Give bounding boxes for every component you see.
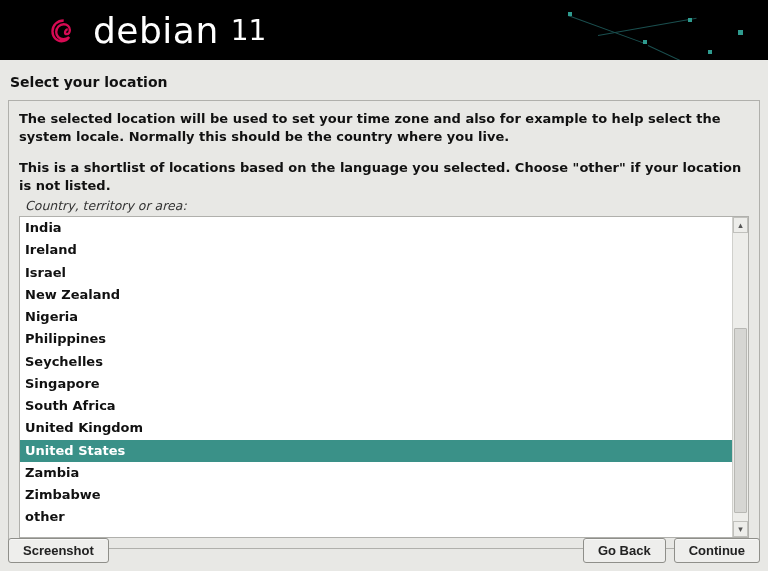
footer: Screenshot Go Back Continue	[8, 538, 760, 563]
debian-logo-icon	[45, 13, 79, 47]
scroll-track[interactable]	[733, 233, 748, 521]
field-label: Country, territory or area:	[25, 198, 749, 213]
location-item[interactable]: New Zealand	[20, 284, 732, 306]
scroll-thumb[interactable]	[734, 328, 747, 512]
location-item[interactable]: Zambia	[20, 462, 732, 484]
location-item[interactable]: Ireland	[20, 239, 732, 261]
location-item[interactable]: other	[20, 506, 732, 528]
scrollbar[interactable]: ▴ ▾	[732, 217, 748, 537]
location-item[interactable]: United States	[20, 440, 732, 462]
go-back-button[interactable]: Go Back	[583, 538, 666, 563]
content-frame: The selected location will be used to se…	[8, 100, 760, 549]
page-title: Select your location	[0, 60, 768, 100]
location-item[interactable]: India	[20, 217, 732, 239]
location-item[interactable]: Philippines	[20, 328, 732, 350]
location-item[interactable]: South Africa	[20, 395, 732, 417]
instruction-line-2: This is a shortlist of locations based o…	[19, 159, 749, 194]
screenshot-button[interactable]: Screenshot	[8, 538, 109, 563]
location-item[interactable]: Nigeria	[20, 306, 732, 328]
location-item[interactable]: United Kingdom	[20, 417, 732, 439]
location-item[interactable]: Israel	[20, 262, 732, 284]
installer-header: debian 11	[0, 0, 768, 60]
brand-name: debian	[93, 10, 219, 51]
location-item[interactable]: Singapore	[20, 373, 732, 395]
continue-button[interactable]: Continue	[674, 538, 760, 563]
header-decoration	[508, 0, 768, 60]
brand-version: 11	[231, 14, 267, 47]
scroll-up-button[interactable]: ▴	[733, 217, 748, 233]
instructions: The selected location will be used to se…	[19, 110, 749, 194]
location-item[interactable]: Seychelles	[20, 351, 732, 373]
instruction-line-1: The selected location will be used to se…	[19, 110, 749, 145]
scroll-down-button[interactable]: ▾	[733, 521, 748, 537]
location-listbox[interactable]: IndiaIrelandIsraelNew ZealandNigeriaPhil…	[19, 216, 749, 538]
location-item[interactable]: Zimbabwe	[20, 484, 732, 506]
